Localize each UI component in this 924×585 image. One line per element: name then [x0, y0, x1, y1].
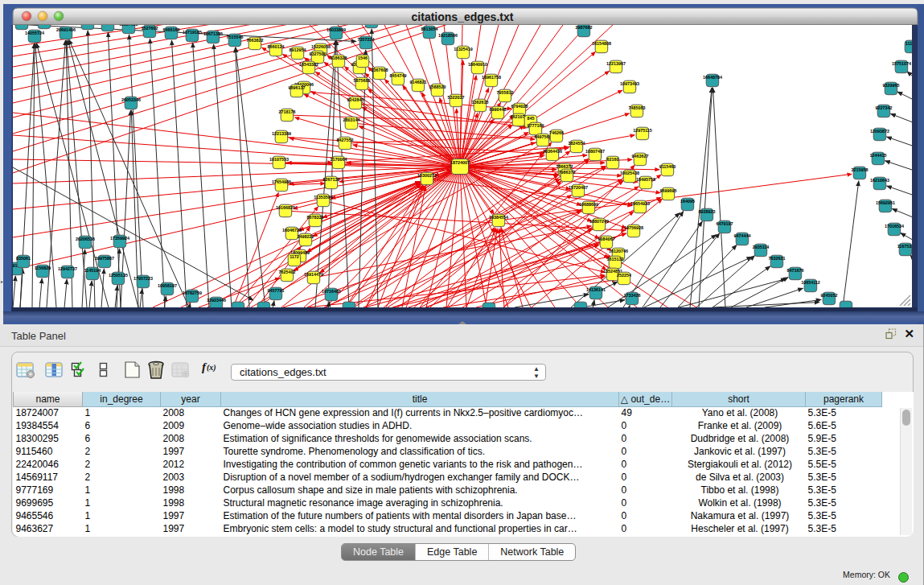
svg-text:12975115: 12975115 — [633, 128, 652, 133]
svg-text:8427552: 8427552 — [337, 138, 354, 142]
svg-text:9327500: 9327500 — [310, 51, 326, 56]
svg-text:835061: 835061 — [16, 256, 31, 261]
svg-text:8186328: 8186328 — [331, 56, 347, 60]
svg-text:16648784: 16648784 — [703, 75, 722, 80]
svg-text:16046728: 16046728 — [282, 228, 302, 233]
svg-text:9146821: 9146821 — [410, 80, 427, 84]
svg-text:7357224: 7357224 — [358, 37, 375, 42]
svg-text:8454749: 8454749 — [390, 73, 407, 78]
svg-text:1244415: 1244415 — [870, 153, 887, 158]
svg-text:1167533: 1167533 — [897, 244, 914, 249]
svg-text:12213389: 12213389 — [272, 131, 291, 136]
svg-text:2803144: 2803144 — [343, 117, 360, 122]
svg-text:252254: 252254 — [617, 273, 631, 278]
svg-text:3170064: 3170064 — [331, 157, 347, 162]
svg-text:16154808: 16154808 — [592, 41, 611, 46]
svg-text:10719185: 10719185 — [183, 30, 202, 35]
svg-text:15226058: 15226058 — [311, 44, 331, 49]
svg-text:18724007: 18724007 — [450, 160, 470, 165]
svg-text:8678332: 8678332 — [307, 215, 324, 220]
svg-text:11325419: 11325419 — [454, 47, 473, 51]
svg-text:10807487: 10807487 — [585, 149, 605, 154]
svg-text:18807249: 18807249 — [589, 219, 609, 224]
svg-text:9896137: 9896137 — [289, 85, 306, 90]
svg-text:26053346: 26053346 — [121, 97, 141, 102]
svg-text:16914479: 16914479 — [304, 272, 323, 277]
svg-text:14055724: 14055724 — [25, 31, 44, 35]
svg-text:10654112: 10654112 — [801, 280, 820, 285]
svg-text:20691406: 20691406 — [56, 27, 76, 32]
svg-text:7663822: 7663822 — [247, 38, 264, 43]
svg-text:19654923: 19654923 — [630, 201, 650, 206]
svg-text:▸: ▸ — [1, 279, 3, 284]
svg-text:18640910: 18640910 — [468, 62, 487, 67]
svg-text:19218506: 19218506 — [438, 33, 458, 38]
svg-text:18495758: 18495758 — [636, 177, 655, 182]
svg-text:1588520: 1588520 — [429, 84, 446, 89]
svg-text:12213967: 12213967 — [606, 61, 626, 66]
svg-text:6466160: 6466160 — [163, 27, 180, 32]
svg-text:12505135: 12505135 — [109, 273, 128, 278]
svg-text:10671385: 10671385 — [203, 31, 223, 36]
svg-text:9329965: 9329965 — [883, 83, 900, 88]
svg-text:14136141: 14136141 — [586, 287, 606, 292]
svg-text:15692951: 15692951 — [876, 200, 895, 205]
svg-text:15300273: 15300273 — [417, 173, 437, 178]
svg-text:6479197: 6479197 — [717, 221, 733, 226]
svg-text:16033809: 16033809 — [326, 27, 346, 32]
svg-text:7866372: 7866372 — [556, 164, 573, 169]
svg-text:8471676: 8471676 — [787, 268, 804, 273]
svg-text:19384554: 19384554 — [489, 215, 508, 220]
svg-text:15751074: 15751074 — [892, 61, 911, 66]
svg-text:16782759: 16782759 — [183, 290, 202, 295]
svg-text:7515546: 7515546 — [227, 35, 244, 39]
svg-text:10107553: 10107553 — [269, 157, 289, 162]
svg-text:1615132: 1615132 — [607, 257, 624, 262]
svg-text:12093872: 12093872 — [870, 129, 889, 134]
svg-text:8660124: 8660124 — [268, 44, 285, 49]
svg-text:5322037: 5322037 — [448, 95, 465, 100]
svg-text:7485083: 7485083 — [629, 105, 646, 110]
svg-text:20206536: 20206536 — [76, 237, 95, 241]
svg-text:10025438: 10025438 — [620, 171, 639, 175]
svg-text:12942737: 12942737 — [58, 266, 77, 271]
svg-text:10958107: 10958107 — [158, 283, 177, 288]
svg-text:20364436: 20364436 — [543, 149, 562, 154]
svg-text:9463627: 9463627 — [632, 154, 649, 159]
svg-text:1172: 1172 — [290, 254, 299, 259]
svg-text:(x): (x) — [207, 363, 216, 373]
svg-text:19716485: 19716485 — [322, 289, 341, 294]
svg-text:1156829: 1156829 — [35, 266, 51, 270]
svg-text:9227342: 9227342 — [876, 105, 893, 110]
svg-text:19756928: 19756928 — [624, 225, 643, 230]
svg-text:citations_edges.txt: citations_edges.txt — [412, 10, 514, 23]
svg-text:9457791: 9457791 — [268, 288, 285, 293]
svg-text:9245052: 9245052 — [821, 293, 838, 298]
svg-text:2718176: 2718176 — [279, 109, 296, 114]
svg-text:5875685: 5875685 — [354, 78, 371, 83]
svg-text:9242845: 9242845 — [347, 97, 364, 102]
svg-text:19166825: 19166825 — [276, 205, 295, 210]
svg-text:16543382: 16543382 — [299, 62, 318, 67]
svg-text:164095: 164095 — [680, 199, 695, 204]
svg-text:11353594: 11353594 — [314, 195, 333, 200]
svg-text:7632621: 7632621 — [769, 256, 786, 261]
svg-text:8912954: 8912954 — [290, 47, 306, 52]
svg-text:3498222: 3498222 — [298, 234, 314, 239]
svg-text:17359924: 17359924 — [110, 236, 129, 241]
svg-text:1362615: 1362615 — [472, 100, 489, 105]
svg-text:16120746: 16120746 — [609, 249, 628, 253]
svg-text:17957223: 17957223 — [133, 276, 153, 281]
svg-text:2367608: 2367608 — [372, 68, 388, 72]
svg-text:8813054: 8813054 — [421, 27, 438, 31]
svg-text:10688609: 10688609 — [579, 202, 598, 207]
svg-text:1145194: 1145194 — [84, 268, 101, 273]
svg-text:9777169: 9777169 — [528, 123, 544, 128]
svg-text:10973493: 10973493 — [620, 81, 639, 86]
svg-text:17016534: 17016534 — [885, 224, 904, 229]
svg-text:7986372: 7986372 — [559, 170, 576, 175]
svg-text:7625402: 7625402 — [279, 270, 296, 274]
svg-text:8267130: 8267130 — [323, 177, 340, 182]
svg-text:7955812: 7955812 — [497, 90, 514, 95]
svg-text:62160: 62160 — [607, 157, 619, 162]
